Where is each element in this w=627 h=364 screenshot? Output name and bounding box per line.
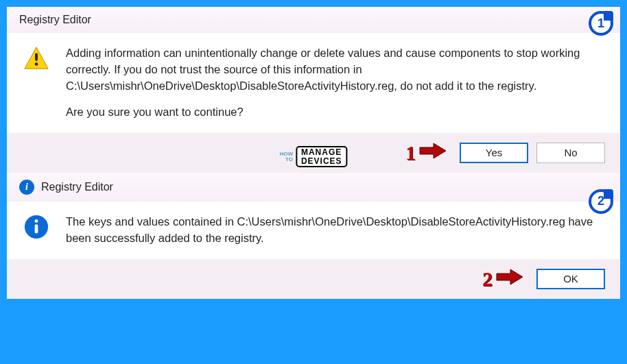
annotation-circle-1: 1 <box>589 11 613 36</box>
dialog1-content: Adding information can unintentionally c… <box>7 33 620 133</box>
no-button-label: No <box>564 147 577 158</box>
dialog1-confirm: Are you sure you want to continue? <box>66 104 600 121</box>
dialog1-message: Adding information can unintentionally c… <box>66 45 600 95</box>
dialog2-title: Registry Editor <box>41 181 113 193</box>
step-number-1: 1 <box>405 141 416 165</box>
step-number-2: 2 <box>482 267 493 291</box>
dialog2-content: The keys and values contained in C:\User… <box>7 202 620 259</box>
red-arrow-icon <box>418 141 447 165</box>
ok-button[interactable]: OK <box>536 269 605 289</box>
dialog1-title: Registry Editor <box>19 14 91 26</box>
registry-warning-dialog: Registry Editor 1 Adding information can… <box>7 7 620 173</box>
warning-icon <box>23 45 49 76</box>
svg-rect-1 <box>35 53 38 60</box>
annotation-circle-2: 2 <box>589 189 613 214</box>
dialog2-titlebar: i Registry Editor <box>7 173 620 202</box>
svg-rect-5 <box>35 224 38 233</box>
step-marker-2: 2 <box>482 267 524 291</box>
dialog2-buttonbar: 2 OK <box>7 259 620 299</box>
dialog2-message: The keys and values contained in C:\User… <box>66 214 600 247</box>
svg-point-4 <box>35 219 38 223</box>
info-icon <box>23 214 49 245</box>
svg-point-2 <box>35 62 38 66</box>
registry-success-dialog: i Registry Editor 2 The keys and values … <box>7 173 620 299</box>
yes-button-label: Yes <box>486 147 502 158</box>
dialog1-titlebar: Registry Editor <box>7 7 620 33</box>
red-arrow-icon <box>495 267 524 291</box>
no-button[interactable]: No <box>536 143 605 163</box>
yes-button[interactable]: Yes <box>460 143 528 163</box>
info-icon-small: i <box>19 180 34 195</box>
step-marker-1: 1 <box>405 141 447 165</box>
dialog1-buttonbar: 1 Yes No <box>7 133 620 173</box>
ok-button-label: OK <box>563 273 578 284</box>
